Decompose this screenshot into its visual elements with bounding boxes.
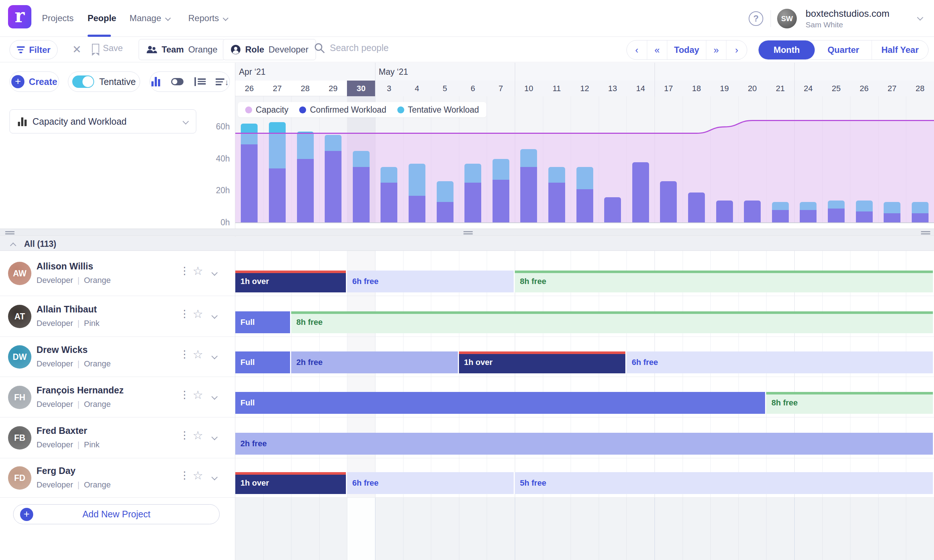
star-icon[interactable]: ☆ xyxy=(193,307,203,321)
kebab-menu-icon[interactable]: ⋮ xyxy=(179,389,190,401)
view-tab-quarter[interactable]: Quarter xyxy=(815,40,872,59)
tentative-bar-segment xyxy=(437,181,453,202)
row-chevron-down-icon[interactable] xyxy=(212,393,218,400)
grid-line xyxy=(655,498,655,560)
confirmed-bar-segment xyxy=(772,210,789,223)
allocation-8h-free[interactable]: 8h free xyxy=(766,392,933,414)
allocation-1h-over[interactable]: 1h over xyxy=(459,351,626,373)
person-name: François Hernandez xyxy=(37,385,124,395)
fast-prev-button[interactable]: « xyxy=(647,40,668,59)
allocation-6h-free[interactable]: 6h free xyxy=(347,472,514,494)
sort-descending-icon[interactable]: ↓ xyxy=(216,77,228,86)
allocation-1h-over[interactable]: 1h over xyxy=(235,271,346,292)
grid-line xyxy=(626,96,627,223)
person-role: Developer xyxy=(37,318,73,328)
workload-bar-apr-28 xyxy=(297,132,314,223)
row-chevron-down-icon[interactable] xyxy=(212,270,218,276)
star-icon[interactable]: ☆ xyxy=(193,468,203,482)
row-chevron-down-icon[interactable] xyxy=(212,474,218,480)
grid-line xyxy=(291,498,291,560)
confirmed-bar-segment xyxy=(604,197,621,223)
view-tab-month[interactable]: Month xyxy=(758,40,815,59)
nav-item-manage[interactable]: Manage xyxy=(129,0,169,37)
nav-item-projects[interactable]: Projects xyxy=(42,0,74,37)
allocation-2h-free[interactable]: 2h free xyxy=(235,433,933,455)
star-icon[interactable]: ☆ xyxy=(193,388,203,402)
collapse-chevron-icon[interactable] xyxy=(10,242,16,249)
list-icon[interactable] xyxy=(194,77,205,86)
account-chevron-down-icon[interactable] xyxy=(917,15,923,21)
star-icon[interactable]: ☆ xyxy=(193,428,203,442)
tentative-toggle-pill[interactable]: Tentative xyxy=(68,71,140,92)
group-header-all[interactable]: All (113) xyxy=(0,237,934,251)
allocation-8h-free[interactable]: 8h free xyxy=(291,311,933,333)
fast-next-button[interactable]: » xyxy=(706,40,727,59)
allocation-6h-free[interactable]: 6h free xyxy=(347,271,514,292)
allocation-full[interactable]: Full xyxy=(235,392,765,414)
confirmed-bar-segment xyxy=(716,200,733,223)
account-domain[interactable]: boxtechstudios.com xyxy=(806,8,889,19)
confirmed-bar-segment xyxy=(269,168,286,223)
toggle-icon[interactable] xyxy=(171,78,183,85)
person-row-drew-wicks: DWDrew WicksDeveloper|Orange⋮☆Full2h fre… xyxy=(0,337,934,377)
clear-filters-icon[interactable]: ✕ xyxy=(72,43,82,56)
person-name: Allison Willis xyxy=(37,261,93,272)
allocation-full[interactable]: Full xyxy=(235,351,290,373)
view-tab-half-year[interactable]: Half Year xyxy=(872,40,928,59)
team-filter-chip[interactable]: Team Orange xyxy=(139,39,225,60)
resize-grip-icon[interactable] xyxy=(921,231,930,235)
chart-baseline xyxy=(235,222,934,223)
save-filter-button[interactable]: Save xyxy=(92,43,123,53)
prev-button[interactable]: ‹ xyxy=(627,40,647,59)
nav-item-reports[interactable]: Reports xyxy=(188,0,227,37)
grid-line xyxy=(766,96,766,223)
row-chevron-down-icon[interactable] xyxy=(212,434,218,440)
person-role-team: Developer|Orange xyxy=(37,480,111,490)
day-header-apr-29: 29 xyxy=(319,81,347,96)
kebab-menu-icon[interactable]: ⋮ xyxy=(179,469,190,481)
allocation-5h-free[interactable]: 5h free xyxy=(515,472,933,494)
chart-metric-select[interactable]: Capacity and Workload xyxy=(9,109,196,134)
grid-line xyxy=(738,96,739,223)
today-button[interactable]: Today xyxy=(667,40,706,59)
workload-bar-may-27 xyxy=(884,202,900,223)
row-chevron-down-icon[interactable] xyxy=(212,313,218,319)
person-row-ferg-day: FDFerg DayDeveloper|Orange⋮☆1h over6h fr… xyxy=(0,458,934,498)
grid-line xyxy=(683,96,683,223)
workload-bar-may-21 xyxy=(772,202,789,223)
chart-resize-splitter[interactable] xyxy=(0,229,934,236)
person-role-team: Developer|Orange xyxy=(37,275,111,285)
timeline-days-row: 2627282930345671011121314171819202124252… xyxy=(235,81,934,96)
tentative-bar-segment xyxy=(381,167,397,183)
resize-grip-icon[interactable] xyxy=(5,231,15,235)
allocation-1h-over[interactable]: 1h over xyxy=(235,472,346,494)
account-avatar[interactable]: SW xyxy=(777,9,797,28)
tentative-bar-segment xyxy=(297,132,314,158)
star-icon[interactable]: ☆ xyxy=(193,348,203,361)
resize-grip-icon[interactable] xyxy=(463,231,473,235)
search-input[interactable] xyxy=(330,43,439,53)
allocation-2h-free[interactable]: 2h free xyxy=(291,351,458,373)
allocation-8h-free[interactable]: 8h free xyxy=(515,271,933,292)
kebab-menu-icon[interactable]: ⋮ xyxy=(179,308,190,320)
help-icon[interactable]: ? xyxy=(749,11,763,26)
filter-label: Filter xyxy=(29,45,51,55)
allocation-6h-free[interactable]: 6h free xyxy=(626,351,933,373)
next-button[interactable]: › xyxy=(726,40,747,59)
role-filter-chip[interactable]: Role Developer xyxy=(223,39,316,60)
chart-bars-icon[interactable] xyxy=(151,77,160,86)
tentative-toggle[interactable] xyxy=(72,75,94,88)
create-button[interactable]: + Create xyxy=(9,71,59,92)
panel-divider xyxy=(235,63,235,560)
row-chevron-down-icon[interactable] xyxy=(212,353,218,360)
app-logo[interactable]: r xyxy=(8,5,31,28)
kebab-menu-icon[interactable]: ⋮ xyxy=(179,348,190,360)
add-new-project-button[interactable]: + Add New Project xyxy=(13,504,220,524)
kebab-menu-icon[interactable]: ⋮ xyxy=(179,429,190,441)
nav-item-people[interactable]: People xyxy=(88,0,116,37)
allocation-full[interactable]: Full xyxy=(235,311,290,333)
filter-button[interactable]: Filter xyxy=(9,40,58,59)
star-icon[interactable]: ☆ xyxy=(193,264,203,278)
kebab-menu-icon[interactable]: ⋮ xyxy=(179,265,190,277)
plus-icon: + xyxy=(20,508,33,521)
